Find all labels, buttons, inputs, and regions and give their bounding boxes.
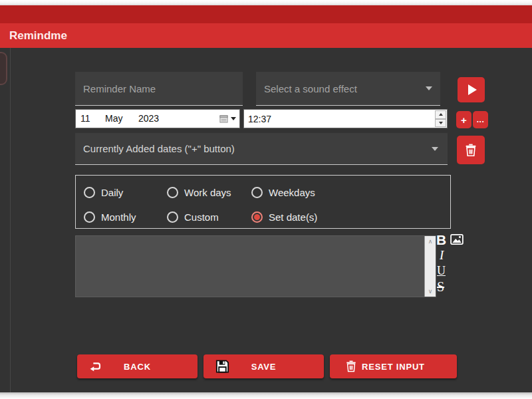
radio-icon: [84, 187, 95, 198]
side-tab-handle[interactable]: [0, 52, 7, 85]
radio-icon: [251, 211, 263, 223]
window-bottom-edge: [0, 392, 532, 399]
page-title: Remindme: [9, 23, 67, 48]
note-scrollbar[interactable]: ∧ ∨: [424, 236, 436, 297]
more-options-button[interactable]: ...: [473, 111, 488, 128]
back-button[interactable]: BACK: [77, 354, 198, 378]
radio-custom[interactable]: Custom: [167, 209, 219, 225]
chevron-down-icon: [426, 86, 432, 90]
radio-icon: [167, 187, 178, 198]
image-icon: [450, 234, 464, 245]
radio-work-days[interactable]: Work days: [167, 184, 231, 200]
date-month-segment[interactable]: May: [105, 110, 122, 128]
date-day-segment[interactable]: 11: [80, 110, 90, 128]
note-textarea[interactable]: [76, 236, 424, 297]
time-spinner: [435, 110, 446, 127]
reminder-name-input[interactable]: [75, 72, 243, 105]
radio-label: Weekdays: [269, 187, 315, 198]
save-button[interactable]: SAVE: [203, 354, 324, 378]
date-year-segment[interactable]: 2023: [138, 110, 159, 128]
radio-daily[interactable]: Daily: [84, 184, 123, 200]
radio-icon: [251, 187, 263, 198]
date-picker[interactable]: 11 May 2023: [75, 109, 240, 128]
reset-input-button[interactable]: RESET INPUT: [330, 354, 457, 378]
arrow-up-icon: [439, 113, 443, 116]
calendar-icon: [219, 114, 228, 123]
radio-label: Daily: [101, 187, 123, 198]
back-icon: [88, 359, 103, 374]
titlebar-accent: [0, 5, 532, 23]
added-dates-dropdown[interactable]: Currently Added dates ("+" button): [75, 133, 448, 165]
radio-label: Custom: [184, 211, 219, 223]
add-date-button[interactable]: +: [456, 111, 471, 128]
titlebar: Remindme: [0, 23, 532, 48]
note-area: ∧ ∨: [75, 235, 436, 297]
reminder-name-field[interactable]: [75, 72, 243, 106]
recurrence-group: Daily Work days Weekdays Monthly Custom …: [75, 175, 451, 229]
time-input[interactable]: [244, 110, 430, 128]
italic-button[interactable]: I: [440, 248, 444, 263]
trash-icon: [464, 143, 478, 158]
chevron-down-icon: [432, 147, 438, 151]
radio-icon: [167, 211, 178, 223]
spinner-up-button[interactable]: [435, 110, 446, 119]
delete-date-button[interactable]: [457, 136, 485, 164]
radio-icon: [84, 211, 95, 223]
radio-set-dates[interactable]: Set date(s): [251, 209, 317, 225]
save-icon: [215, 359, 230, 374]
play-sound-button[interactable]: [458, 77, 485, 102]
window-top-edge: [0, 0, 532, 5]
radio-label: Set date(s): [269, 211, 317, 223]
time-picker[interactable]: [243, 109, 448, 128]
scroll-up-icon[interactable]: ∧: [425, 237, 436, 245]
spinner-down-button[interactable]: [435, 119, 446, 128]
remindme-window: Remindme Select a sound effect 11 May 20…: [0, 0, 532, 399]
radio-monthly[interactable]: Monthly: [84, 209, 136, 225]
left-divider: [10, 48, 11, 392]
radio-weekdays[interactable]: Weekdays: [251, 184, 315, 200]
underline-button[interactable]: U: [437, 264, 446, 278]
play-icon: [468, 84, 477, 95]
bold-button[interactable]: B: [436, 232, 446, 248]
radio-label: Monthly: [101, 211, 136, 223]
sound-effect-dropdown[interactable]: Select a sound effect: [256, 72, 440, 106]
radio-label: Work days: [184, 187, 231, 198]
strikethrough-button[interactable]: S: [437, 279, 444, 295]
scroll-down-icon[interactable]: ∨: [425, 287, 436, 295]
insert-image-button[interactable]: [450, 234, 464, 247]
sound-effect-placeholder: Select a sound effect: [264, 72, 357, 105]
date-dropdown-control[interactable]: [219, 110, 236, 128]
chevron-down-icon: [231, 117, 236, 120]
added-dates-label: Currently Added dates ("+" button): [83, 133, 235, 164]
arrow-down-icon: [439, 122, 443, 124]
trash-icon: [344, 360, 358, 373]
